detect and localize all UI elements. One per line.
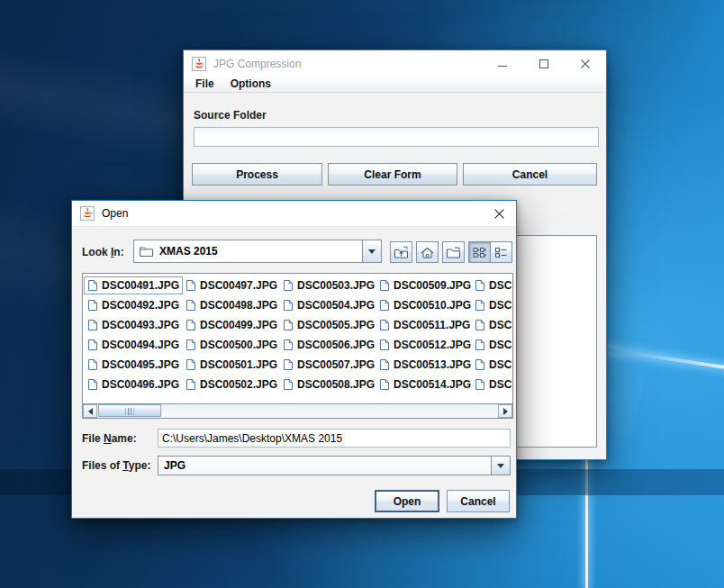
file-item[interactable]: DSC [471, 356, 512, 374]
arrow-right-icon [503, 408, 511, 415]
file-item[interactable]: DSC [471, 276, 512, 294]
file-item[interactable]: DSC00503.JPG [279, 276, 378, 294]
list-view-button[interactable] [468, 241, 491, 263]
file-item[interactable]: DSC00507.JPG [279, 356, 378, 374]
files-of-type-label: Files of Type: [82, 459, 150, 472]
window-controls [482, 50, 606, 77]
file-label: DSC00509.JPG [394, 279, 471, 292]
file-icon [87, 358, 98, 371]
maximize-button[interactable] [523, 50, 565, 77]
file-name-input[interactable] [158, 429, 511, 448]
dialog-body: Look In: XMAS 2015 [72, 227, 516, 518]
file-item[interactable]: DSC00509.JPG [376, 276, 475, 294]
file-item[interactable]: DSC00500.JPG [182, 336, 281, 354]
file-icon [475, 279, 485, 292]
file-item[interactable]: DSC00513.JPG [376, 356, 475, 374]
file-item[interactable]: DSC00512.JPG [376, 336, 475, 354]
desktop: JPG Compression File Options Source Fold… [0, 0, 724, 588]
close-button[interactable] [487, 201, 511, 226]
details-view-button[interactable] [490, 241, 512, 263]
file-label: DSC00511.JPG [394, 319, 470, 331]
file-label: DSC [489, 279, 511, 292]
window-title: JPG Compression [213, 58, 301, 70]
up-folder-button[interactable] [390, 241, 412, 263]
file-item[interactable]: DSC00501.JPG [182, 356, 281, 374]
scrollbar-track[interactable] [97, 404, 498, 418]
file-label: DSC00494.JPG [102, 339, 179, 351]
file-item[interactable]: DSC [471, 296, 512, 314]
file-label: DSC00510.JPG [394, 299, 471, 312]
file-label: DSC00492.JPG [102, 299, 179, 312]
file-item[interactable]: DSC00495.JPG [84, 356, 183, 374]
home-button[interactable] [416, 241, 439, 263]
file-item[interactable]: DSC00491.JPG [84, 276, 183, 294]
file-icon [87, 378, 98, 391]
file-label: DSC00505.JPG [297, 319, 375, 331]
file-icon [186, 319, 196, 331]
file-label: DSC00495.JPG [102, 358, 179, 371]
file-item[interactable]: DSC00511.JPG [376, 316, 474, 334]
file-item[interactable]: DSC00508.JPG [279, 375, 378, 394]
file-item[interactable]: DSC [471, 336, 512, 354]
dialog-controls [487, 201, 516, 226]
scroll-left-button[interactable] [83, 404, 97, 418]
file-item[interactable]: DSC00497.JPG [182, 276, 281, 294]
source-folder-input[interactable] [194, 127, 599, 147]
file-item[interactable]: DSC00502.JPG [182, 375, 281, 394]
action-button-row: Process Clear Form Cancel [192, 163, 599, 185]
file-item[interactable]: DSC00492.JPG [84, 296, 183, 314]
minimize-button[interactable] [482, 50, 523, 77]
menu-file[interactable]: File [187, 77, 222, 92]
file-item[interactable]: DSC00505.JPG [279, 316, 378, 334]
menu-options[interactable]: Options [222, 77, 279, 92]
look-in-combobox[interactable]: XMAS 2015 [133, 240, 382, 263]
look-in-label: Look In: [82, 246, 124, 258]
file-label: DSC00491.JPG [102, 279, 179, 292]
file-icon [283, 279, 294, 292]
clear-form-button[interactable]: Clear Form [328, 163, 457, 185]
file-icon [475, 358, 485, 371]
file-icon [186, 358, 196, 371]
new-folder-button[interactable] [442, 241, 465, 263]
scroll-right-button[interactable] [498, 404, 512, 418]
files-of-type-combobox[interactable]: JPG [158, 456, 511, 475]
open-button[interactable]: Open [375, 490, 439, 512]
process-button[interactable]: Process [192, 163, 322, 185]
look-in-value: XMAS 2015 [154, 245, 362, 258]
file-item[interactable]: DSC00510.JPG [376, 296, 475, 314]
file-item[interactable]: DSC00494.JPG [84, 336, 183, 354]
close-button[interactable] [565, 50, 606, 77]
file-item[interactable]: DSC [471, 316, 512, 334]
file-icon [283, 319, 294, 331]
dialog-button-row: Open Cancel [375, 490, 510, 512]
file-item[interactable]: DSC00506.JPG [279, 336, 378, 354]
file-name-label: File Name: [82, 432, 137, 445]
file-icon [475, 319, 485, 331]
cancel-button[interactable]: Cancel [463, 163, 597, 185]
jpg-window-titlebar[interactable]: JPG Compression [184, 50, 606, 77]
scrollbar-thumb[interactable] [98, 404, 161, 417]
file-item[interactable]: DSC00498.JPG [182, 296, 281, 314]
wallpaper-window-glyph-vertical-line [585, 455, 588, 588]
horizontal-scrollbar[interactable] [83, 403, 512, 418]
file-icon [475, 299, 485, 312]
file-item[interactable]: DSC00504.JPG [279, 296, 378, 314]
file-icon [87, 319, 98, 331]
cancel-button[interactable]: Cancel [447, 490, 510, 512]
dropdown-arrow-button[interactable] [362, 240, 381, 262]
file-label: DSC00501.JPG [200, 358, 277, 371]
file-label: DSC [489, 378, 511, 391]
file-icon [283, 378, 294, 391]
chevron-down-icon [497, 464, 504, 472]
file-item[interactable]: DSC00514.JPG [376, 375, 475, 394]
open-dialog-titlebar[interactable]: Open [72, 201, 516, 227]
file-item[interactable]: DSC00499.JPG [182, 316, 281, 334]
file-item[interactable]: DSC00496.JPG [84, 375, 183, 394]
file-label: DSC00507.JPG [297, 358, 375, 371]
dropdown-arrow-button[interactable] [491, 457, 510, 475]
java-cup-icon [192, 57, 206, 71]
file-item[interactable]: DSC00493.JPG [84, 316, 183, 334]
list-view-icon [472, 246, 487, 259]
file-item[interactable]: DSC [471, 375, 512, 394]
file-icon [475, 339, 485, 351]
